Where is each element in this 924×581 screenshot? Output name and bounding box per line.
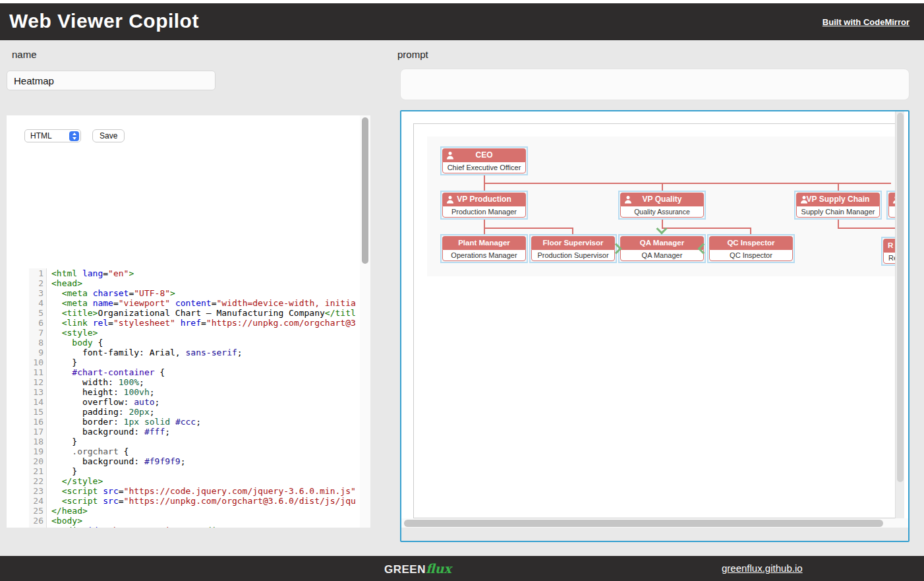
org-node-floor-supervisor[interactable]: Floor Supervisor Production Supervisor [529, 234, 617, 263]
line-number: 4 [29, 298, 47, 308]
connector [484, 175, 485, 183]
org-node-title: Production Supervisor [531, 249, 615, 261]
org-node-title: Quality Assurance Manager [620, 206, 704, 218]
line-number: 18 [29, 437, 47, 446]
preview-container: CEO Chief Executive Officer VP Productio… [400, 110, 910, 542]
person-icon [446, 195, 454, 206]
org-node-vp-quality[interactable]: VP Quality Quality Assurance Manager [618, 191, 706, 220]
line-number: 9 [29, 348, 47, 357]
org-node-vp-supply-chain[interactable]: VP Supply Chain Supply Chain Manager [794, 191, 882, 220]
built-with-codemirror-link[interactable]: Built with CodeMirror [823, 17, 910, 27]
line-number: 2 [29, 278, 47, 288]
line-number: 1 [29, 268, 47, 278]
select-stepper-icon [69, 131, 79, 141]
line-number: 6 [29, 318, 47, 328]
org-node-title: Chief Executive Officer [442, 162, 526, 173]
line-number: 19 [29, 446, 47, 456]
connector [662, 183, 663, 191]
person-icon [800, 195, 808, 206]
org-node-title: QC Inspector [709, 249, 793, 261]
org-node-vp-clipped[interactable] [886, 191, 895, 220]
line-number: 10 [29, 357, 47, 367]
org-node-plant-manager[interactable]: Plant Manager Operations Manager [440, 234, 528, 263]
editor-scrollbar-thumb[interactable] [362, 117, 368, 264]
line-number: 26 [29, 516, 47, 526]
line-number: 20 [29, 456, 47, 466]
code-editor-panel[interactable]: 1<html lang="en">2<head>3 <meta charset=… [7, 115, 370, 528]
org-node-title: Production Manager [442, 206, 526, 218]
org-node-qc-inspector[interactable]: QC Inspector QC Inspector [707, 234, 795, 263]
connector [484, 228, 485, 234]
line-number: 7 [29, 328, 47, 338]
line-number: 8 [29, 338, 47, 348]
connector [838, 228, 895, 229]
org-node-name: VP Supply Chain [807, 195, 870, 204]
save-button[interactable]: Save [92, 129, 125, 142]
connector [484, 228, 573, 229]
connector [838, 183, 839, 191]
line-number: 11 [29, 367, 47, 377]
greenflux-github-link[interactable]: greenflux.github.io [722, 563, 803, 574]
line-number: 3 [29, 288, 47, 298]
org-node-name: R [883, 239, 895, 252]
org-node-name: VP Quality [643, 195, 682, 204]
line-number: 13 [29, 387, 47, 397]
greenflux-logo: GREENflux [384, 561, 451, 576]
preview-vertical-scrollbar[interactable] [895, 111, 904, 518]
prompt-label: prompt [397, 49, 428, 60]
org-node-name: QC Inspector [709, 236, 793, 249]
org-node-name: CEO [475, 150, 492, 160]
connector [572, 228, 573, 234]
connector [484, 220, 485, 228]
preview-hscroll-thumb[interactable] [404, 520, 883, 527]
web-viewer-copilot-app: Web Viewer Copilot Built with CodeMirror… [0, 0, 924, 581]
line-number: 24 [29, 496, 47, 506]
logo-green-text: GREEN [384, 563, 426, 576]
preview-vscroll-thumb[interactable] [897, 113, 904, 482]
org-node-name: VP Production [457, 195, 511, 204]
org-node-name: Floor Supervisor [531, 236, 615, 249]
preview-clip-area: CEO Chief Executive Officer VP Productio… [401, 111, 895, 518]
org-node-clipped-right[interactable]: R Reg [881, 237, 895, 266]
connector [662, 228, 751, 229]
connector [750, 228, 751, 234]
line-number: 15 [29, 407, 47, 417]
app-header: Web Viewer Copilot Built with CodeMirror [0, 3, 924, 40]
connector [838, 220, 839, 228]
page-title: Web Viewer Copilot [9, 10, 199, 32]
org-node-title: Reg [883, 252, 895, 264]
org-node-name: Plant Manager [442, 236, 526, 249]
app-footer: GREENflux greenflux.github.io [0, 556, 924, 581]
org-node-title [888, 206, 895, 218]
line-number: 17 [29, 427, 47, 437]
line-number: 5 [29, 308, 47, 318]
org-node-name: QA Manager [620, 236, 704, 249]
connector [484, 183, 485, 191]
person-icon [624, 195, 632, 206]
logo-flux-text: flux [426, 561, 451, 576]
language-select[interactable]: HTML [24, 129, 81, 142]
code-lines[interactable]: 1<html lang="en">2<head>3 <meta charset=… [29, 268, 366, 528]
org-node-ceo[interactable]: CEO Chief Executive Officer [440, 146, 528, 175]
line-number: 14 [29, 397, 47, 407]
org-node-qa-manager[interactable]: QA Manager QA Manager [618, 234, 706, 263]
line-number: 12 [29, 377, 47, 387]
name-label: name [12, 49, 37, 60]
prompt-input[interactable] [400, 69, 910, 100]
line-number: 22 [29, 476, 47, 486]
language-select-value: HTML [30, 131, 52, 140]
line-number: 23 [29, 486, 47, 496]
connector [484, 183, 891, 184]
org-node-vp-production[interactable]: VP Production Production Manager [440, 191, 528, 220]
org-node-title: Operations Manager [442, 249, 526, 261]
line-number: 21 [29, 466, 47, 476]
line-number: 27 [29, 526, 47, 528]
preview-horizontal-scrollbar[interactable] [401, 518, 908, 528]
name-input[interactable] [7, 71, 216, 90]
line-number: 25 [29, 506, 47, 516]
org-node-title: QA Manager [620, 249, 704, 261]
org-node-title: Supply Chain Manager [796, 206, 880, 218]
editor-vertical-scrollbar[interactable] [360, 115, 370, 528]
person-icon [446, 150, 454, 162]
preview-iframe: CEO Chief Executive Officer VP Productio… [401, 111, 908, 528]
